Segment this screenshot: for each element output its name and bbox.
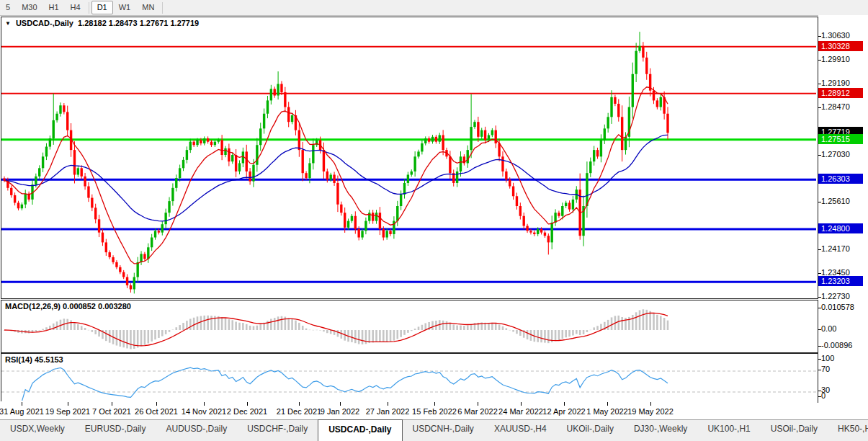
price-tick-label: 1.29910 xyxy=(821,55,850,63)
date-tick-mark xyxy=(156,402,157,406)
date-tick-label: 6 Mar 2022 xyxy=(457,407,498,416)
price-tick-label: 1.29190 xyxy=(821,79,850,87)
rsi-tick-label: 0 xyxy=(821,391,826,400)
price-chart-panel: ▼ USDCAD-,Daily 1.28182 1.28473 1.27671 … xyxy=(1,17,818,299)
symbol-tab-usdchf[interactable]: USDCHF-,Daily xyxy=(237,420,318,441)
rsi-name: RSI(14) xyxy=(5,355,32,364)
date-tick-mark xyxy=(564,402,565,406)
chart-ohlc-values: 1.28182 1.28473 1.27671 1.27719 xyxy=(78,19,199,27)
price-level-label: 1.23203 xyxy=(818,276,863,286)
timeframe-button-mn[interactable]: MN xyxy=(136,1,160,14)
date-tick-label: 2 Dec 2021 xyxy=(227,407,267,416)
symbol-tab-usdcnh[interactable]: USDCNH-,Daily xyxy=(403,420,484,441)
symbol-tab-xauusd[interactable]: XAUUSD-,H4 xyxy=(484,420,557,441)
chevron-down-icon[interactable]: ▼ xyxy=(5,20,11,27)
symbol-tab-usdcad[interactable]: USDCAD-,Daily xyxy=(318,419,402,441)
timeframe-button-w1[interactable]: W1 xyxy=(113,1,137,14)
chart-title: ▼ USDCAD-,Daily 1.28182 1.28473 1.27671 … xyxy=(5,19,199,27)
symbol-tab-uk100[interactable]: UK100-,H1 xyxy=(697,420,760,441)
macd-tick-label: 0.00 xyxy=(821,324,836,333)
date-tick-label: 24 Mar 2022 xyxy=(498,407,543,416)
ma-slow-line xyxy=(4,135,668,220)
symbol-tab-ukoil[interactable]: UKOil-,Daily xyxy=(557,420,624,441)
rsi-panel: RSI(14) 45.5153 xyxy=(1,353,818,403)
toolbar-separator xyxy=(162,2,163,14)
macd-histogram xyxy=(4,309,669,349)
timeframe-button-h4[interactable]: H4 xyxy=(65,1,86,14)
timeframe-button-h1[interactable]: H1 xyxy=(43,1,65,14)
price-level-label: 1.24800 xyxy=(818,223,863,233)
timeframe-button-m30[interactable]: M30 xyxy=(16,1,42,14)
date-tick-mark xyxy=(607,402,608,406)
rsi-plot xyxy=(1,354,816,401)
symbol-tab-audusd[interactable]: AUDUSD-,Daily xyxy=(156,420,237,441)
rsi-tick-label: 70 xyxy=(821,365,830,373)
date-tick-mark xyxy=(247,402,248,406)
date-tick-mark xyxy=(388,402,388,406)
date-tick-label: 9 Jan 2022 xyxy=(321,407,359,416)
candlestick-plot xyxy=(1,17,816,297)
macd-tick-label: 0.010578 xyxy=(821,303,854,311)
candles-group xyxy=(3,32,668,293)
date-tick-label: 19 Sep 2021 xyxy=(45,407,90,416)
date-tick-mark xyxy=(434,402,435,406)
price-level-label: 1.27515 xyxy=(818,134,863,144)
date-tick-label: 7 Oct 2021 xyxy=(92,407,131,416)
date-tick-mark xyxy=(68,402,68,406)
date-tick-mark xyxy=(204,402,205,406)
date-tick-label: 21 Dec 2021 xyxy=(277,407,321,416)
macd-signal-line xyxy=(4,313,668,346)
symbol-tab-usoil[interactable]: USOil-,Daily xyxy=(761,420,828,441)
rsi-tick-label: 100 xyxy=(821,354,834,362)
date-tick-label: 27 Jan 2022 xyxy=(366,407,410,416)
macd-panel: MACD(12,26,9) 0.000852 0.003280 xyxy=(1,300,818,353)
price-tick-label: 1.27030 xyxy=(821,150,850,159)
chart-symbol-label: USDCAD-,Daily xyxy=(16,19,73,27)
timeframe-toolbar: 5M30H1H4D1W1MN xyxy=(0,0,868,16)
price-tick-label: 1.25610 xyxy=(821,197,850,205)
price-level-label: 1.28912 xyxy=(818,88,863,98)
date-tick-label: 15 Feb 2022 xyxy=(412,407,457,416)
date-tick-label: 31 Aug 2021 xyxy=(0,407,44,416)
price-axis: 1.306301.299101.291901.284701.270301.256… xyxy=(818,15,868,405)
date-tick-mark xyxy=(521,402,522,406)
rsi-line xyxy=(15,368,668,401)
symbol-tab-usdx[interactable]: USDX,Weekly xyxy=(0,420,75,441)
price-tick-label: 1.22730 xyxy=(821,292,850,300)
trading-app: 5M30H1H4D1W1MN ▼ USDCAD-,Daily 1.28182 1… xyxy=(0,0,868,441)
macd-name: MACD(12,26,9) xyxy=(5,302,61,311)
price-level-label: 1.30328 xyxy=(818,41,863,51)
symbol-tab-dj30[interactable]: DJ30-,Weekly xyxy=(624,420,697,441)
time-axis: 31 Aug 202119 Sep 20217 Oct 202126 Oct 2… xyxy=(0,401,818,419)
timeframe-button-d1[interactable]: D1 xyxy=(91,1,113,14)
date-tick-label: 19 May 2022 xyxy=(627,407,674,416)
rsi-value: 45.5153 xyxy=(35,355,63,364)
macd-tick-label: -0.00896 xyxy=(821,341,852,349)
date-tick-label: 1 May 2022 xyxy=(586,407,627,416)
price-tick-label: 1.28470 xyxy=(821,102,850,111)
date-tick-mark xyxy=(112,402,112,406)
macd-label: MACD(12,26,9) 0.000852 0.003280 xyxy=(5,302,131,311)
ma-fast-line xyxy=(4,87,668,264)
symbol-tab-eurusd[interactable]: EURUSD-,Daily xyxy=(75,420,156,441)
price-tick-label: 1.23450 xyxy=(821,268,850,277)
date-tick-label: 12 Apr 2022 xyxy=(542,407,585,416)
date-tick-mark xyxy=(299,402,300,406)
date-tick-label: 26 Oct 2021 xyxy=(135,407,178,416)
symbol-tab-hk50[interactable]: HK50-,H1 xyxy=(828,420,868,441)
macd-values: 0.000852 0.003280 xyxy=(63,302,131,311)
price-level-label: 1.26303 xyxy=(818,174,863,184)
toolbar-separator xyxy=(89,2,89,14)
timeframe-button-5[interactable]: 5 xyxy=(0,1,16,14)
date-tick-mark xyxy=(650,402,651,406)
date-tick-mark xyxy=(22,402,22,406)
date-tick-mark xyxy=(340,402,341,406)
rsi-label: RSI(14) 45.5153 xyxy=(5,355,63,364)
price-tick-label: 1.24170 xyxy=(821,244,850,253)
price-tick-label: 1.30630 xyxy=(821,31,850,40)
date-tick-label: 14 Nov 2021 xyxy=(182,407,226,416)
date-tick-mark xyxy=(478,402,478,406)
symbol-tab-bar: USDX,WeeklyEURUSD-,DailyAUDUSD-,DailyUSD… xyxy=(0,419,868,441)
